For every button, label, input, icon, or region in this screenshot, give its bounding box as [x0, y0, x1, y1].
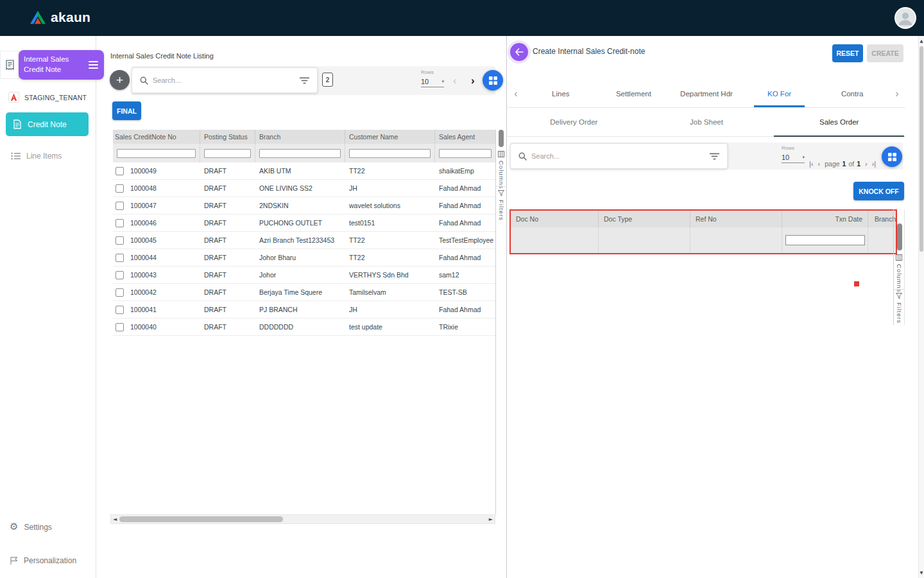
tab-settlement[interactable]: Settlement	[597, 80, 671, 107]
row-checkbox[interactable]	[116, 323, 124, 331]
ko-rows-per-page-select[interactable]: Rows 10 ▾	[782, 145, 805, 163]
cell-agent: Fahad Ahmad	[435, 306, 495, 313]
knock-off-button[interactable]: KNOCK OFF	[853, 182, 904, 200]
row-checkbox[interactable]	[116, 219, 124, 227]
scroll-right-icon[interactable]: ►	[489, 516, 493, 522]
sidebar-item-credit-note[interactable]: Credit Note	[6, 112, 89, 136]
tabs-scroll-right-icon[interactable]: ›	[889, 80, 905, 107]
pages-icon[interactable]: 2	[322, 73, 333, 87]
final-button[interactable]: FINAL	[112, 101, 141, 120]
module-pill[interactable]: Internal Sales Credit Note	[19, 50, 104, 80]
table-row[interactable]: 1000043 DRAFT Johor VERTHYS Sdn Bhd sam1…	[113, 267, 495, 284]
table-row[interactable]: 1000045 DRAFT Azri Branch Test1233453 TT…	[113, 232, 495, 249]
filter-sales-agent-input[interactable]	[439, 149, 492, 158]
listing-search-input[interactable]	[153, 76, 300, 84]
tabs-scroll-left-icon[interactable]: ‹	[508, 80, 524, 107]
subtab-sales-order[interactable]: Sales Order	[773, 108, 905, 136]
col-posting-status[interactable]: Posting Status	[200, 130, 255, 144]
columns-button[interactable]: Columns	[496, 151, 506, 189]
brand[interactable]: akaun	[30, 10, 90, 25]
funnel-icon	[896, 293, 902, 299]
table-row[interactable]: 1000046 DRAFT PUCHONG OUTLET test0151 Fa…	[113, 215, 495, 232]
row-checkbox[interactable]	[116, 271, 124, 279]
cell-branch: Azri Branch Test1233453	[255, 236, 345, 244]
subtab-job-sheet[interactable]: Job Sheet	[640, 108, 773, 136]
page-scrollbar[interactable]: ▲ ▼	[918, 36, 924, 578]
row-checkbox[interactable]	[116, 202, 124, 210]
filter-creditnote-no-input[interactable]	[117, 149, 196, 158]
create-button[interactable]: CREATE	[867, 44, 903, 62]
sidebar-item-line-items[interactable]: Line Items	[11, 152, 62, 161]
table-row[interactable]: 1000044 DRAFT Johor Bharu TT22 Fahad Ahm…	[113, 249, 495, 267]
row-checkbox[interactable]	[116, 236, 124, 245]
menu-toggle-icon[interactable]	[89, 61, 98, 69]
rows-label: Rows	[421, 69, 444, 75]
grid-view-button[interactable]	[483, 70, 503, 91]
col-sales-creditnote-no[interactable]: Sales CreditNote No	[113, 130, 200, 144]
ko-grid-view-button[interactable]	[882, 146, 902, 167]
module-icon[interactable]	[0, 51, 19, 79]
filter-list-icon[interactable]	[710, 153, 719, 160]
next-page-icon[interactable]: ›	[471, 75, 475, 86]
prev-page-icon[interactable]: ‹	[818, 160, 821, 168]
subtab-delivery-order[interactable]: Delivery Order	[508, 108, 640, 136]
avatar[interactable]	[894, 7, 916, 29]
table-row[interactable]: 1000047 DRAFT 2NDSKIN wavelet solutions …	[113, 197, 495, 215]
row-checkbox[interactable]	[116, 184, 124, 193]
tab-department-hdr[interactable]: Department Hdr	[670, 80, 743, 107]
table-row[interactable]: 1000040 DRAFT DDDDDDD test update TRixie	[113, 319, 495, 336]
col-txn-date[interactable]: Txn Date	[782, 211, 868, 227]
scroll-down-icon[interactable]: ▼	[919, 570, 924, 575]
next-page-icon[interactable]: ›	[865, 160, 868, 168]
last-page-icon[interactable]: ›|	[872, 160, 877, 168]
filters-button[interactable]: Filters	[496, 190, 506, 221]
col-customer-name[interactable]: Customer Name	[345, 130, 435, 144]
table-row[interactable]: 1000048 DRAFT ONE LIVING SS2 JH Fahad Ah…	[113, 180, 495, 197]
horizontal-scrollbar[interactable]: ◄ ►	[110, 514, 495, 524]
rows-value: 10	[421, 78, 429, 85]
col-branch[interactable]: Branch	[255, 130, 345, 144]
col-ref-no[interactable]: Ref No	[690, 211, 782, 227]
tab-lines[interactable]: Lines	[524, 80, 597, 107]
tab-contra[interactable]: Contra	[816, 80, 889, 107]
tenant-row[interactable]: STAGING_TENANT	[8, 92, 87, 103]
row-checkbox[interactable]	[116, 306, 124, 314]
filter-branch-input[interactable]	[259, 149, 341, 158]
sidebar-item-settings[interactable]: ⚙ Settings	[10, 522, 52, 532]
col-doc-no[interactable]: Doc No	[511, 211, 599, 227]
col-sales-agent[interactable]: Sales Agent	[435, 130, 495, 144]
cell-customer: TT22	[345, 167, 435, 175]
filters-button[interactable]: Filters	[894, 293, 904, 324]
back-button[interactable]	[510, 43, 528, 61]
filter-posting-status-input[interactable]	[204, 149, 251, 158]
filter-list-icon[interactable]	[300, 77, 309, 84]
filter-customer-name-input[interactable]	[349, 149, 431, 158]
prev-page-icon[interactable]: ‹	[453, 75, 457, 86]
cell-status: DRAFT	[200, 184, 255, 192]
vertical-scrollbar-thumb[interactable]	[499, 130, 504, 147]
sidebar-item-personalization[interactable]: Personalization	[10, 556, 76, 565]
page-scrollbar-thumb[interactable]	[920, 46, 923, 252]
col-branch[interactable]: Branch	[868, 211, 896, 227]
table-row[interactable]: 1000041 DRAFT PJ BRANCH JH Fahad Ahmad	[113, 301, 495, 319]
row-checkbox[interactable]	[116, 167, 124, 175]
col-doc-type[interactable]: Doc Type	[599, 211, 690, 227]
rows-per-page-select[interactable]: Rows 10 ▾	[421, 69, 444, 87]
row-checkbox[interactable]	[116, 254, 124, 262]
cell-status: DRAFT	[200, 202, 255, 209]
cell-status: DRAFT	[200, 288, 255, 296]
tab-ko-for[interactable]: KO For	[743, 80, 816, 107]
horizontal-scrollbar-thumb[interactable]	[119, 516, 283, 522]
table-row[interactable]: 1000049 DRAFT AKIB UTM TT22 shaikatEmp	[113, 162, 495, 180]
columns-button[interactable]: Columns	[894, 254, 904, 293]
scroll-up-icon[interactable]: ▲	[919, 39, 924, 44]
scroll-left-icon[interactable]: ◄	[113, 516, 117, 522]
add-button[interactable]: +	[110, 70, 130, 90]
table-row[interactable]: 1000042 DRAFT Berjaya Time Squere Tamils…	[113, 284, 495, 301]
reset-button[interactable]: RESET	[832, 44, 863, 62]
ko-search-input[interactable]	[531, 152, 710, 160]
row-checkbox[interactable]	[116, 288, 124, 297]
filter-txn-date-input[interactable]	[785, 235, 865, 245]
vertical-scrollbar-thumb[interactable]	[897, 223, 902, 250]
first-page-icon[interactable]: |‹	[809, 160, 814, 168]
